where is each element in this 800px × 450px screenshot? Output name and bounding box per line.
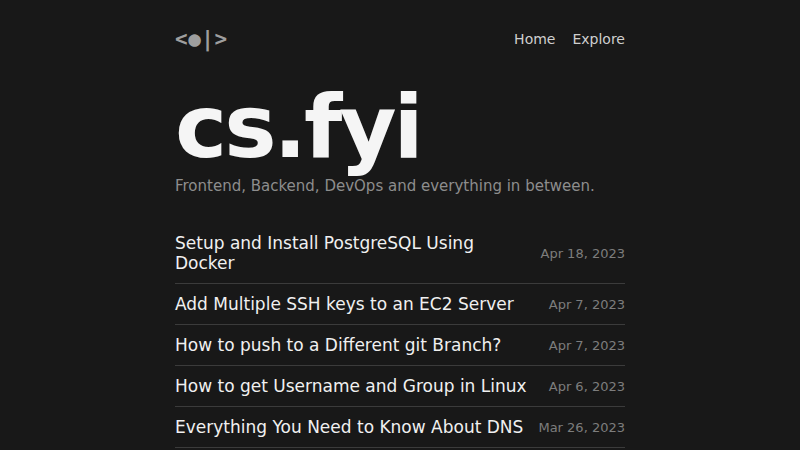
post-title: How to push to a Different git Branch? [175, 335, 501, 355]
page-subtitle: Frontend, Backend, DevOps and everything… [175, 177, 625, 195]
post-date: Mar 26, 2023 [526, 420, 625, 435]
post-title: Everything You Need to Know About DNS [175, 417, 523, 437]
post-link[interactable]: How to push to a Different git Branch? A… [175, 325, 625, 366]
post-date: Apr 6, 2023 [537, 379, 625, 394]
page-title: cs.fyi [175, 83, 625, 171]
post-title: How to get Username and Group in Linux [175, 376, 527, 396]
top-nav: Home Explore [514, 31, 625, 47]
post-title: Setup and Install PostgreSQL Using Docke… [175, 233, 528, 273]
nav-link-home[interactable]: Home [514, 31, 555, 47]
post-link[interactable]: How to get Username and Group in Linux A… [175, 366, 625, 407]
post-title: Add Multiple SSH keys to an EC2 Server [175, 294, 514, 314]
page-container: <●|> Home Explore cs.fyi Frontend, Backe… [175, 0, 625, 450]
post-date: Apr 18, 2023 [528, 246, 625, 261]
code-eye-logo-icon[interactable]: <●|> [175, 29, 228, 50]
nav-link-explore[interactable]: Explore [572, 31, 625, 47]
post-link[interactable]: Add Multiple SSH keys to an EC2 Server A… [175, 284, 625, 325]
site-header: <●|> Home Explore [175, 27, 625, 51]
post-link[interactable]: Everything You Need to Know About DNS Ma… [175, 407, 625, 448]
post-date: Apr 7, 2023 [537, 297, 625, 312]
post-date: Apr 7, 2023 [537, 338, 625, 353]
post-list: Setup and Install PostgreSQL Using Docke… [175, 223, 625, 450]
post-link[interactable]: Setup and Install PostgreSQL Using Docke… [175, 223, 625, 284]
